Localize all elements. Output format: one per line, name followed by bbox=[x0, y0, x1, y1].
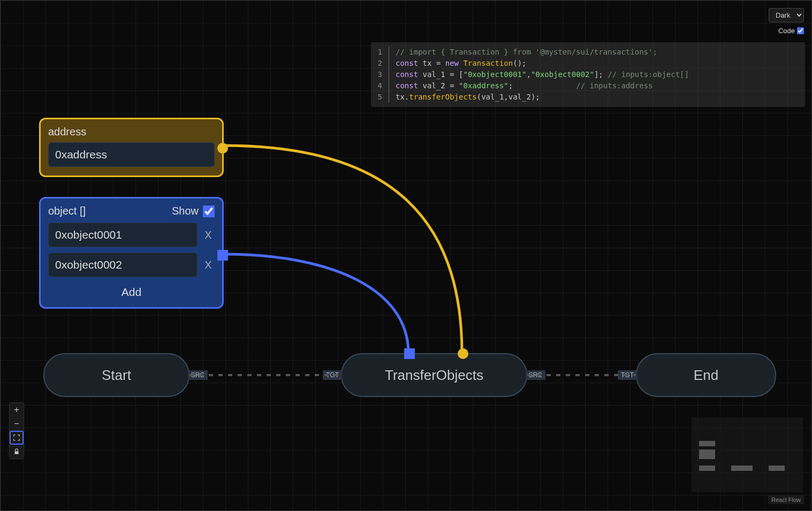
zoom-controls: + − bbox=[9, 402, 24, 459]
node-end[interactable]: End TGT bbox=[636, 353, 776, 397]
code-toggle-checkbox[interactable] bbox=[797, 27, 804, 34]
line-number: 5 bbox=[371, 91, 389, 103]
node-object[interactable]: object [] Show X X Add bbox=[39, 197, 224, 309]
port-end-tgt[interactable]: TGT bbox=[618, 370, 637, 380]
node-transfer-label: TransferObjects bbox=[385, 367, 483, 384]
node-transfer[interactable]: TransferObjects TGT SRC bbox=[341, 353, 527, 397]
handle-transfer-objects[interactable] bbox=[404, 348, 415, 359]
line-number: 2 bbox=[371, 58, 389, 69]
handle-object-out[interactable] bbox=[217, 250, 228, 261]
object-input-1[interactable] bbox=[48, 253, 198, 277]
code-toggle[interactable]: Code bbox=[778, 27, 804, 35]
node-address-label: address bbox=[48, 126, 215, 138]
object-show-toggle[interactable]: Show bbox=[172, 205, 215, 217]
node-start-label: Start bbox=[102, 367, 131, 384]
lock-icon bbox=[13, 448, 20, 455]
svg-rect-0 bbox=[15, 451, 19, 454]
node-address[interactable]: address bbox=[39, 118, 224, 177]
port-transfer-src[interactable]: SRC bbox=[526, 370, 545, 380]
fit-icon bbox=[13, 434, 20, 441]
attribution: React Flow bbox=[768, 495, 804, 504]
zoom-in-button[interactable]: + bbox=[10, 403, 24, 417]
object-row: X bbox=[48, 223, 215, 247]
node-end-label: End bbox=[694, 367, 718, 384]
fit-view-button[interactable] bbox=[10, 431, 24, 445]
zoom-out-button[interactable]: − bbox=[10, 417, 24, 431]
object-remove-1[interactable]: X bbox=[202, 259, 215, 271]
lock-button[interactable] bbox=[10, 445, 24, 459]
flow-canvas[interactable]: Dark Code 1 // import { Transaction } fr… bbox=[0, 0, 812, 511]
line-number: 1 bbox=[371, 47, 389, 58]
object-remove-0[interactable]: X bbox=[202, 229, 215, 241]
code-toggle-label: Code bbox=[778, 27, 795, 35]
handle-address-out[interactable] bbox=[217, 143, 228, 154]
node-start[interactable]: Start SRC bbox=[43, 353, 189, 397]
edge-object-transfer bbox=[224, 254, 408, 353]
object-show-checkbox[interactable] bbox=[203, 205, 215, 217]
theme-select[interactable]: Dark bbox=[769, 8, 804, 22]
object-row: X bbox=[48, 253, 215, 277]
object-add-button[interactable]: Add bbox=[48, 283, 215, 299]
port-transfer-tgt[interactable]: TGT bbox=[323, 370, 342, 380]
object-input-0[interactable] bbox=[48, 223, 198, 247]
minimap[interactable] bbox=[692, 417, 803, 492]
edge-address-transfer bbox=[224, 146, 462, 353]
address-input[interactable] bbox=[48, 142, 215, 167]
handle-transfer-address[interactable] bbox=[458, 348, 468, 359]
node-object-label: object [] bbox=[48, 205, 86, 217]
line-number: 4 bbox=[371, 80, 389, 91]
top-toolbar: Dark Code bbox=[769, 8, 804, 35]
line-number: 3 bbox=[371, 69, 389, 80]
code-panel: 1 // import { Transaction } from '@myste… bbox=[371, 42, 805, 107]
port-start-src[interactable]: SRC bbox=[188, 370, 208, 380]
